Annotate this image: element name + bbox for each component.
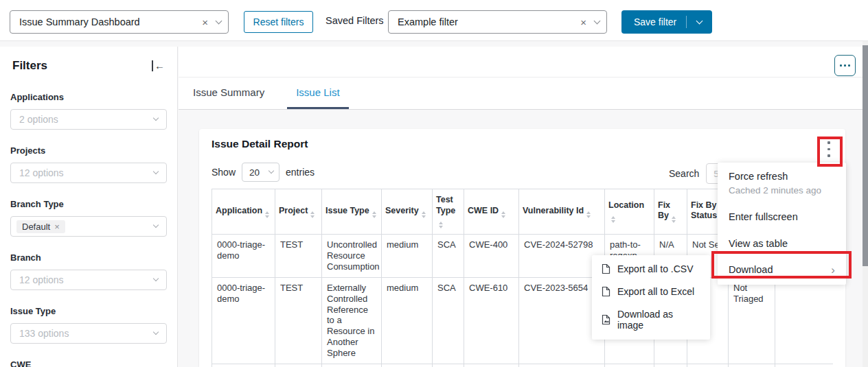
chevron-down-icon <box>153 276 159 281</box>
filters-title: Filters <box>12 59 47 73</box>
save-filter-label: Save filter <box>621 16 686 27</box>
file-icon <box>602 286 610 297</box>
tab-bar: Issue Summary Issue List <box>179 78 868 110</box>
chevron-down-icon[interactable] <box>594 17 601 24</box>
saved-filters-label: Saved Filters <box>326 15 384 26</box>
table-row[interactable]: 0000-triage-demo TEST Externally Control… <box>212 277 834 364</box>
dashboard-select-value: Issue Summary Dashboard <box>19 16 202 27</box>
submenu-item-download-image[interactable]: Download as image <box>592 303 710 338</box>
sort-icon[interactable] <box>422 211 426 218</box>
card-options-menu: Force refresh Cached 2 minutes ago Enter… <box>718 163 846 285</box>
col-severity[interactable]: Severity <box>382 189 433 235</box>
download-submenu: Export all to .CSV Export all to Excel D… <box>592 255 710 340</box>
submenu-item-export-excel[interactable]: Export all to Excel <box>592 281 710 303</box>
dashboard-header <box>179 47 868 78</box>
tab-issue-list[interactable]: Issue List <box>287 78 348 109</box>
file-image-icon <box>602 314 610 325</box>
cwe-label: CWE <box>10 359 167 367</box>
menu-item-force-refresh[interactable]: Force refresh <box>718 165 846 184</box>
chevron-down-icon <box>696 17 703 24</box>
col-fix-by[interactable]: Fix By <box>654 189 687 235</box>
projects-select[interactable]: 12 options <box>10 163 167 183</box>
chevron-down-icon <box>153 115 159 121</box>
sort-icon[interactable] <box>501 211 505 218</box>
sort-icon[interactable] <box>611 216 615 223</box>
saved-filter-select[interactable]: Example filter × <box>388 10 607 34</box>
clear-icon[interactable]: × <box>580 16 586 28</box>
ellipsis-icon <box>840 64 842 67</box>
scrollbar-thumb[interactable] <box>863 45 868 266</box>
sort-icon[interactable] <box>586 211 591 218</box>
file-icon <box>602 263 610 274</box>
chevron-down-icon <box>153 169 159 174</box>
submenu-item-export-csv[interactable]: Export all to .CSV <box>592 258 710 281</box>
dashboard-options-button[interactable] <box>834 55 856 76</box>
branch-type-label: Branch Type <box>10 199 167 209</box>
branch-select[interactable]: 12 options <box>10 270 167 290</box>
sort-icon[interactable] <box>672 216 676 223</box>
branch-type-select[interactable]: Default× <box>10 216 167 237</box>
applications-label: Applications <box>10 92 167 102</box>
scrollbar[interactable] <box>863 41 868 367</box>
search-label: Search <box>669 168 699 179</box>
chevron-down-icon <box>153 222 159 228</box>
chevron-down-icon <box>153 329 159 335</box>
col-application[interactable]: Application <box>212 189 275 235</box>
dashboard-select[interactable]: Issue Summary Dashboard × <box>10 10 229 34</box>
sort-icon[interactable] <box>310 211 315 218</box>
save-filter-dropdown[interactable] <box>687 21 712 23</box>
remove-tag-icon[interactable]: × <box>54 222 60 232</box>
card-title: Issue Detail Report <box>212 138 308 150</box>
kebab-menu-icon[interactable] <box>827 141 830 157</box>
menu-item-enter-fullscreen[interactable]: Enter fullscreen <box>718 204 846 230</box>
entries-select[interactable]: 20 <box>242 163 279 182</box>
applications-select[interactable]: 2 options <box>10 109 167 130</box>
sort-icon[interactable] <box>265 211 269 218</box>
branch-type-tag: Default× <box>16 220 65 233</box>
sort-icon[interactable] <box>372 211 376 218</box>
filters-sidebar: Filters ← Applications 2 options Project… <box>0 47 178 367</box>
menu-item-download[interactable]: Download › <box>718 257 846 284</box>
collapse-sidebar-icon[interactable]: ← <box>152 60 165 71</box>
chevron-down-icon <box>269 168 274 174</box>
chevron-down-icon[interactable] <box>216 17 222 24</box>
col-cwe-id[interactable]: CWE ID <box>464 189 519 235</box>
issue-type-label: Issue Type <box>10 306 167 316</box>
clear-icon[interactable]: × <box>202 16 208 28</box>
table-row[interactable]: 0000-triage-demo TEST 2 Uncontrolled Res… <box>212 364 834 367</box>
projects-label: Projects <box>10 145 167 156</box>
menu-cached-status: Cached 2 minutes ago <box>718 184 846 203</box>
reset-filters-button[interactable]: Reset filters <box>244 11 313 33</box>
top-bar: Issue Summary Dashboard × Reset filters … <box>0 0 868 41</box>
col-project[interactable]: Project <box>275 189 322 235</box>
entries-label: entries <box>286 167 315 178</box>
col-test-type[interactable]: Test Type <box>433 189 464 235</box>
saved-filter-select-value: Example filter <box>398 16 580 27</box>
issue-type-select[interactable]: 133 options <box>10 323 167 344</box>
chevron-right-icon: › <box>831 266 835 274</box>
menu-item-view-as-table[interactable]: View as table <box>718 230 846 257</box>
save-filter-button[interactable]: Save filter <box>621 10 712 34</box>
tab-issue-summary[interactable]: Issue Summary <box>193 78 264 109</box>
show-label: Show <box>212 167 236 178</box>
col-vulnerability-id[interactable]: Vulnerability Id <box>519 189 605 235</box>
col-location[interactable]: Location <box>605 189 654 235</box>
branch-label: Branch <box>10 252 167 263</box>
col-issue-type[interactable]: Issue Type <box>322 189 382 235</box>
sort-icon[interactable] <box>439 222 443 228</box>
